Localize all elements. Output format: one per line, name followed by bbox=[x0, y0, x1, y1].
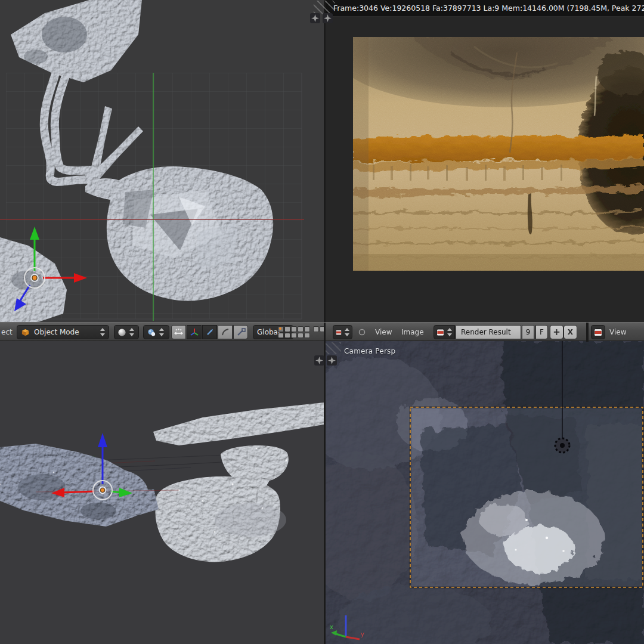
axis-x-label: x bbox=[330, 624, 333, 630]
area-border[interactable] bbox=[324, 323, 326, 342]
area-border-vertical[interactable] bbox=[324, 0, 326, 322]
dropdown-arrows-icon bbox=[159, 328, 164, 336]
image-name-field[interactable]: Render Result bbox=[456, 325, 521, 339]
four-point-star-icon bbox=[324, 14, 332, 22]
image-editor-icon bbox=[336, 329, 342, 336]
view-menu-2[interactable]: View bbox=[609, 323, 626, 342]
unlink-image-button[interactable]: X bbox=[564, 325, 577, 339]
area-action-widget[interactable] bbox=[314, 355, 324, 366]
image-editor-icon bbox=[594, 329, 602, 336]
rotate-manipulator-button[interactable] bbox=[202, 325, 217, 339]
scale-icon bbox=[236, 327, 246, 337]
layer-button[interactable] bbox=[320, 326, 324, 332]
curve-handle-icon bbox=[221, 327, 230, 337]
dropdown-arrows-icon bbox=[447, 328, 452, 336]
layer-button[interactable] bbox=[284, 333, 290, 339]
image-editor-canvas[interactable] bbox=[325, 17, 644, 322]
viewport-3d-side[interactable] bbox=[0, 341, 324, 644]
layer-button[interactable] bbox=[298, 326, 304, 332]
area-action-widget[interactable] bbox=[323, 13, 333, 23]
layer-button[interactable] bbox=[278, 333, 284, 339]
pivot-origin-dot bbox=[32, 275, 37, 280]
object-menu[interactable]: ect bbox=[1, 323, 13, 342]
area-resize-corner[interactable] bbox=[326, 342, 341, 354]
translate-manipulator-button[interactable] bbox=[187, 325, 202, 339]
header-pin-toggle[interactable] bbox=[358, 329, 366, 336]
fake-user-button[interactable]: F bbox=[535, 325, 548, 339]
layer-button[interactable] bbox=[304, 333, 310, 339]
layer-button[interactable] bbox=[291, 326, 297, 332]
four-point-star-icon bbox=[311, 14, 319, 22]
axis-y-label: y bbox=[361, 631, 364, 637]
dropdown-arrows-icon bbox=[344, 328, 349, 336]
rotate-arrow-icon bbox=[205, 327, 215, 337]
area-action-widget[interactable] bbox=[327, 355, 337, 366]
blender-window: x y Camera Persp Frame:3046 Ve:19260518 … bbox=[0, 0, 644, 644]
pivot-point-selector[interactable] bbox=[143, 325, 169, 339]
area-action-widget[interactable] bbox=[310, 13, 320, 23]
viewport-camera[interactable]: x y bbox=[325, 341, 644, 644]
editor-type-selector[interactable] bbox=[333, 325, 352, 339]
layer-button[interactable] bbox=[298, 333, 304, 339]
info-header: Frame:3046 Ve:19260518 Fa:37897713 La:9 … bbox=[325, 0, 644, 17]
viewport-camera-label: Camera Persp bbox=[344, 347, 395, 355]
layer-button[interactable] bbox=[313, 326, 319, 332]
editor-type-selector-2[interactable] bbox=[591, 325, 605, 339]
layer-buttons-group-1[interactable] bbox=[278, 326, 310, 339]
image-menu[interactable]: Image bbox=[401, 323, 424, 342]
translate-axes-icon bbox=[190, 327, 199, 337]
view-menu[interactable]: View bbox=[375, 323, 392, 342]
viewport-shading-selector[interactable] bbox=[114, 325, 139, 339]
object-mode-cube-icon bbox=[21, 328, 30, 337]
pivot-origin-dot bbox=[101, 488, 105, 493]
pivot-icon bbox=[147, 328, 156, 337]
new-image-button[interactable]: + bbox=[550, 325, 564, 339]
layer-button[interactable] bbox=[284, 326, 290, 332]
area-border-vertical[interactable] bbox=[324, 341, 326, 644]
image-datablock-icon-button[interactable] bbox=[434, 325, 455, 339]
viewport-3d-top[interactable] bbox=[0, 0, 324, 322]
render-result-image[interactable] bbox=[337, 17, 644, 271]
scale-manipulator-button[interactable] bbox=[218, 325, 233, 339]
layer-button[interactable] bbox=[304, 326, 310, 332]
mode-selector[interactable]: Object Mode bbox=[17, 325, 109, 339]
image-icon bbox=[436, 329, 444, 336]
camera-frame-content bbox=[410, 407, 643, 587]
scene-statistics: Frame:3046 Ve:19260518 Fa:37897713 La:9 … bbox=[325, 4, 644, 13]
editor-headers: ect Object Mode bbox=[0, 322, 644, 341]
snap-button[interactable] bbox=[233, 325, 248, 339]
four-point-star-icon bbox=[328, 357, 336, 364]
layer-object-dot bbox=[279, 327, 281, 330]
dropdown-arrows-icon bbox=[100, 328, 105, 336]
four-point-star-icon bbox=[315, 357, 323, 364]
layer-button[interactable] bbox=[291, 333, 297, 339]
layer-button-active[interactable] bbox=[278, 326, 284, 332]
area-border[interactable] bbox=[586, 323, 589, 342]
image-users-count[interactable]: 9 bbox=[522, 325, 534, 339]
shading-sphere-icon bbox=[117, 328, 126, 337]
manipulator-icon bbox=[174, 327, 184, 337]
manipulator-toggle-button[interactable] bbox=[171, 325, 186, 339]
layer-buttons-group-2[interactable] bbox=[313, 326, 324, 339]
dropdown-arrows-icon bbox=[129, 328, 134, 336]
